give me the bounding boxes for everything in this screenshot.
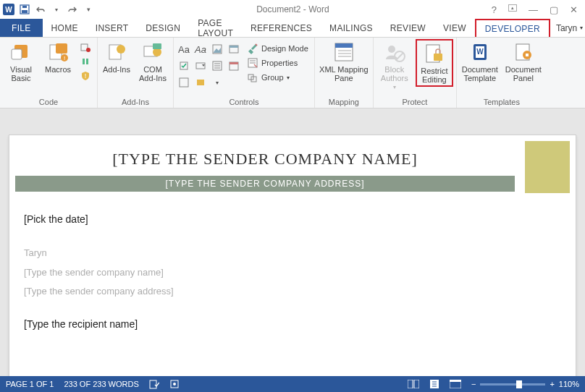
date-picker-control-icon[interactable] [227,59,241,73]
macros-icon: ! [46,41,70,64]
sender-company-name-field[interactable]: [TYPE THE SENDER COMPANY NAME] [15,141,515,176]
checkbox-control-icon[interactable] [177,59,191,73]
read-mode-icon[interactable] [408,380,419,388]
minimize-icon[interactable]: — [529,4,538,15]
group-templates: W Document Template Document Panel Templ… [457,38,547,108]
user-account[interactable]: Taryn ▾ [550,19,585,37]
date-field[interactable]: [Pick the date] [24,210,561,229]
svg-rect-53 [526,54,529,56]
tab-references[interactable]: REFERENCES [242,19,321,37]
tab-file[interactable]: FILE [0,19,43,37]
document-panel-label: Document Panel [505,65,542,82]
title-bar: W ▾ ▾ Document2 - Word ? ▴ — ▢ ✕ [0,0,585,19]
group-protect: Block Authors ▾ Restrict Editing Protect [374,38,457,108]
print-layout-icon[interactable] [429,380,439,388]
ribbon-tabs: FILE HOME INSERT DESIGN PAGE LAYOUT REFE… [0,19,585,38]
group-icon [247,72,258,83]
redo-icon[interactable] [67,4,78,15]
com-addins-button[interactable]: COM Add-Ins [135,39,170,82]
letter-body[interactable]: [Pick the date] Taryn [Type the sender c… [9,193,576,342]
sender-name-field[interactable]: Taryn [24,244,561,261]
recipient-name-field[interactable]: [Type the recipient name] [24,315,561,333]
plain-text-control-icon[interactable]: Aa [193,42,208,56]
svg-text:!: ! [64,55,65,61]
zoom-out-button[interactable]: − [471,380,476,388]
design-mode-button[interactable]: Design Mode [244,42,311,55]
document-panel-button[interactable]: Document Panel [503,39,544,82]
group-controls: Aa Aa ▾ Design Mode Propertie [174,38,315,108]
building-block-control-icon[interactable] [227,42,241,56]
combobox-control-icon[interactable] [193,59,208,73]
web-layout-icon[interactable] [450,380,461,388]
zoom-in-button[interactable]: + [550,380,554,388]
svg-point-56 [173,383,176,385]
sender-company-field[interactable]: [Type the sender company name] [24,264,561,281]
tab-page-layout[interactable]: PAGE LAYOUT [189,19,242,37]
document-template-button[interactable]: W Document Template [460,39,500,82]
xml-mapping-button[interactable]: XML Mapping Pane [318,39,370,82]
spell-check-icon[interactable] [149,379,159,389]
restrict-editing-button[interactable]: Restrict Editing [416,39,453,87]
svg-rect-4 [12,49,22,59]
rich-text-control-icon[interactable]: Aa [177,42,191,56]
xml-mapping-icon [332,41,355,64]
window-title: Document2 - Word [94,4,492,14]
word-count[interactable]: 233 OF 233 WORDS [64,380,138,388]
zoom-level[interactable]: 110% [559,380,579,388]
svg-rect-57 [408,380,413,388]
maximize-icon[interactable]: ▢ [550,4,558,15]
dropdown-control-icon[interactable] [210,59,224,73]
block-authors-icon [383,41,406,64]
tab-mailings[interactable]: MAILINGS [321,19,382,37]
tab-developer[interactable]: DEVELOPER [475,19,550,37]
zoom-slider[interactable] [480,383,545,385]
picture-control-icon[interactable] [210,42,224,56]
repeating-control-icon[interactable] [177,75,191,90]
document-area[interactable]: [TYPE THE SENDER COMPANY NAME] [TYPE THE… [0,108,585,378]
word-app-icon[interactable]: W [3,4,14,15]
properties-button[interactable]: Properties [244,56,311,69]
undo-icon[interactable] [35,4,46,15]
visual-basic-button[interactable]: Visual Basic [3,39,39,82]
pause-macro-button[interactable] [77,55,94,68]
legacy-tools-dropdown-icon[interactable]: ▾ [210,75,224,90]
svg-marker-20 [214,48,221,53]
logo-placeholder[interactable] [525,141,570,193]
svg-rect-31 [180,78,188,87]
document-panel-icon [512,41,535,64]
page-indicator[interactable]: PAGE 1 OF 1 [6,380,54,388]
block-authors-label: Block Authors [381,65,408,82]
macro-indicator-icon[interactable] [169,379,180,389]
macro-security-button[interactable]: ! [77,69,94,82]
tab-view[interactable]: VIEW [434,19,475,37]
close-icon[interactable]: ✕ [570,4,578,15]
tab-insert[interactable]: INSERT [87,19,138,37]
addins-button[interactable]: Add-Ins [101,39,132,74]
svg-rect-30 [230,62,238,64]
svg-rect-6 [56,43,67,54]
sender-company-address-field[interactable]: [TYPE THE SENDER COMPANY ADDRESS] [15,176,515,192]
legacy-tools-icon[interactable] [193,75,208,90]
svg-point-43 [388,46,395,53]
macros-label: Macros [45,65,71,74]
svg-text:W: W [476,48,484,56]
group-button[interactable]: Group ▾ [244,71,311,84]
macro-security-icon: ! [80,70,91,82]
tab-design[interactable]: DESIGN [137,19,189,37]
window-controls: ? ▴ — ▢ ✕ [492,4,585,15]
macros-button[interactable]: ! Macros [42,39,74,74]
visual-basic-icon [9,41,33,64]
com-addins-label: COM Add-Ins [139,65,167,82]
svg-rect-18 [153,43,161,49]
save-icon[interactable] [19,4,30,15]
help-icon[interactable]: ? [492,4,497,15]
ribbon-options-icon[interactable]: ▴ [508,4,517,12]
visual-basic-label: Visual Basic [10,65,32,82]
undo-dropdown-icon[interactable]: ▾ [51,4,62,15]
sender-address-field[interactable]: [Type the sender company address] [24,283,561,299]
group-mapping-label: Mapping [318,98,370,108]
tab-review[interactable]: REVIEW [382,19,434,37]
tab-home[interactable]: HOME [43,19,87,37]
customize-qat-icon[interactable]: ▾ [83,4,94,15]
record-macro-button[interactable] [77,41,94,54]
